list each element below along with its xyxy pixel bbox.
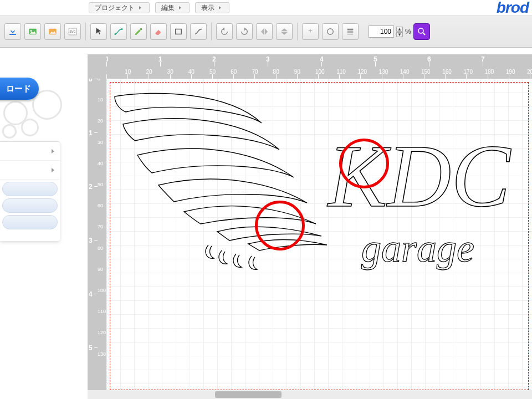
chevron-right-icon	[219, 6, 221, 9]
menu-project[interactable]: プロジェクト	[89, 2, 150, 13]
brush-icon	[193, 27, 203, 37]
magnifier-icon	[417, 27, 427, 37]
rotate-left-button[interactable]	[216, 23, 233, 40]
toolbar-separator	[297, 23, 298, 40]
zoom-tool-button[interactable]	[413, 23, 430, 40]
flip-h-button[interactable]	[256, 23, 273, 40]
svg-text:SVG: SVG	[69, 30, 75, 33]
download-button[interactable]	[4, 23, 21, 40]
flip-h-icon	[259, 27, 269, 37]
layers-button[interactable]	[342, 23, 359, 40]
zoom-down-button[interactable]: ▼	[396, 32, 403, 37]
svg-rect-11	[347, 34, 354, 35]
eraser-icon	[154, 27, 163, 37]
svg-rect-9	[347, 29, 354, 30]
side-panel-row[interactable]	[0, 142, 60, 161]
pen-curve-icon	[114, 27, 124, 37]
toolbar-separator	[85, 23, 86, 40]
zoom-control: ▲ ▼ %	[369, 23, 430, 40]
eraser-button[interactable]	[150, 23, 167, 40]
open-image-button[interactable]	[44, 23, 61, 40]
svg-point-6	[121, 28, 123, 30]
annotation-circle	[339, 139, 389, 188]
toolbar: SVG ▲ ▼ %	[0, 16, 532, 48]
shape-button[interactable]	[170, 23, 187, 40]
pencil-icon	[134, 27, 144, 37]
menu-view-label: 表示	[201, 3, 214, 13]
pencil-button[interactable]	[130, 23, 147, 40]
image-button[interactable]	[24, 23, 41, 40]
zoom-up-button[interactable]: ▲	[396, 27, 403, 32]
flip-v-icon	[279, 27, 289, 37]
download-icon	[8, 27, 18, 37]
download-pill-button[interactable]: ロード	[0, 78, 39, 100]
download-pill-label: ロード	[6, 84, 31, 94]
svg-point-12	[418, 28, 423, 33]
svg-point-8	[328, 29, 334, 35]
canvas-page[interactable]: KDC garage	[106, 79, 532, 393]
pointer-icon	[94, 27, 104, 37]
flip-v-button[interactable]	[276, 23, 293, 40]
pointer-button[interactable]	[90, 23, 107, 40]
menu-project-label: プロジェクト	[95, 3, 135, 13]
menu-edit[interactable]: 編集	[155, 2, 190, 13]
side-panel-pill[interactable]	[2, 182, 58, 196]
sparkle-button[interactable]	[302, 23, 319, 40]
rotate-right-icon	[239, 27, 249, 37]
canvas-workspace: 0123456701020304050607080901001101201301…	[88, 54, 532, 393]
svg-point-1	[30, 30, 32, 32]
menu-bar: プロジェクト 編集 表示 brod	[0, 0, 532, 16]
side-panel-pill[interactable]	[2, 198, 58, 213]
circle-outline-icon	[325, 27, 335, 37]
annotation-circle	[255, 201, 305, 250]
ruler-horizontal: 0123456701020304050607080901001101201301…	[106, 54, 532, 79]
layers-icon	[345, 27, 355, 37]
svg-rect-7	[176, 29, 182, 34]
brand-logo: brod	[497, 0, 529, 17]
cutting-mat-bounds	[110, 82, 529, 390]
chevron-right-icon	[179, 6, 181, 9]
svg-point-5	[115, 33, 116, 35]
zoom-unit: %	[405, 28, 411, 35]
ruler-vertical: 0123450102030405060708090100110120130	[88, 79, 106, 393]
menu-view[interactable]: 表示	[195, 2, 229, 13]
chevron-right-icon	[139, 6, 141, 9]
side-panel	[0, 141, 60, 241]
ruler-corner	[88, 54, 106, 79]
pen-curve-button[interactable]	[110, 23, 127, 40]
svg-icon: SVG	[68, 27, 78, 37]
side-panel-pill[interactable]	[2, 215, 58, 229]
chevron-right-icon	[52, 149, 54, 154]
open-image-icon	[48, 27, 58, 37]
shape-icon	[173, 27, 183, 37]
menu-edit-label: 編集	[161, 3, 175, 13]
svg-button[interactable]: SVG	[64, 23, 81, 40]
brush-button[interactable]	[190, 23, 207, 40]
chevron-right-icon	[52, 168, 54, 172]
outline-button[interactable]	[322, 23, 339, 40]
sparkle-icon	[305, 27, 315, 37]
rotate-left-icon	[219, 27, 229, 37]
zoom-input[interactable]	[369, 25, 394, 38]
side-panel-row[interactable]	[0, 161, 60, 180]
rotate-right-button[interactable]	[236, 23, 253, 40]
svg-rect-10	[347, 31, 354, 33]
scrollbar-thumb[interactable]	[215, 391, 282, 398]
image-icon	[28, 27, 38, 37]
toolbar-separator	[211, 23, 212, 40]
horizontal-scrollbar[interactable]	[88, 390, 532, 399]
